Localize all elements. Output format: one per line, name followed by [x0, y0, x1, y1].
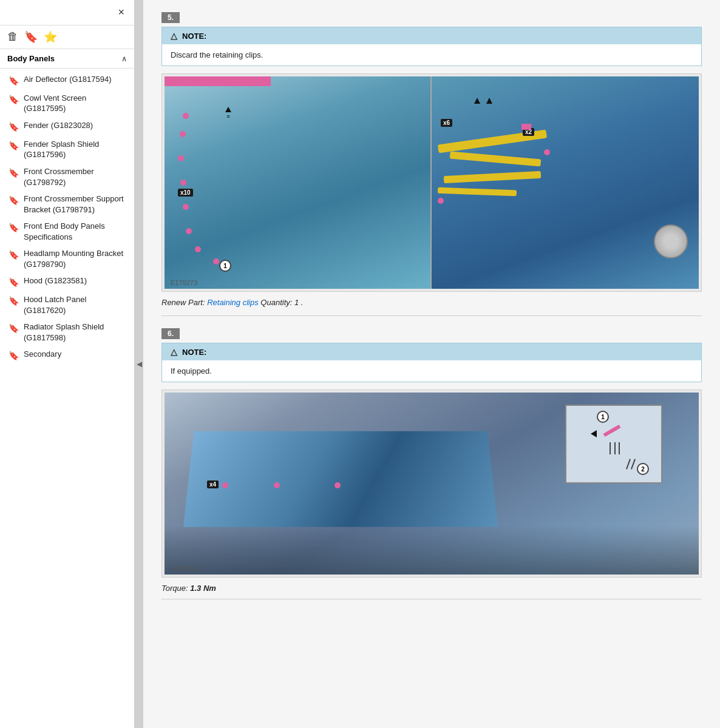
pink-mark-inset — [603, 425, 621, 437]
close-button[interactable]: × — [114, 5, 128, 20]
main-content: 5. △ NOTE: Discard the retaining clips. — [143, 0, 720, 728]
torque-value: 1.3 Nm — [190, 584, 216, 593]
step-6-block: 6. △ NOTE: If equipped. 1 — [161, 328, 702, 593]
sidebar-item-secondary[interactable]: 🔖Secondary — [0, 346, 134, 365]
inset-detail-box: 1 2 — [565, 405, 662, 484]
step-5-note-body: Discard the retaining clips. — [162, 44, 701, 66]
sidebar-item-headlamp-mounting-bracket[interactable]: 🔖Headlamp Mounting Bracket (G1798790) — [0, 245, 134, 272]
star-icon[interactable]: ⭐ — [44, 30, 57, 44]
step-6-note-box: △ NOTE: If equipped. — [161, 343, 702, 382]
sidebar-item-label-1: Cowl Vent Screen (G1817595) — [24, 93, 128, 114]
torque-line: Torque: 1.3 Nm — [161, 584, 702, 593]
diagonal-marks — [627, 459, 634, 471]
yellow-wire-3 — [444, 171, 541, 183]
sidebar-item-label-5: Front Crossmember Support Bracket (G1798… — [24, 194, 128, 215]
pink-dot-r2 — [438, 198, 444, 204]
arrow-up-2 — [486, 98, 492, 104]
sidebar-item-front-end-body-panels-specs[interactable]: 🔖Front End Body Panels Specifications — [0, 218, 134, 245]
bookmark-icon-1: 🔖 — [8, 94, 19, 106]
bookmark-icon-0: 🔖 — [8, 75, 19, 87]
step-5-note-text: Discard the retaining clips. — [171, 50, 263, 59]
sidebar-item-radiator-splash-shield[interactable]: 🔖Radiator Splash Shield (G1817598) — [0, 318, 134, 346]
pink-badge-r — [521, 124, 531, 130]
sidebar-item-air-deflector[interactable]: 🔖Air Deflector (G1817594) — [0, 71, 134, 90]
renew-part-prefix: Renew Part: — [161, 298, 207, 307]
warning-triangle-icon-2: △ — [171, 347, 177, 357]
step-6-image-block: 1 2 — [161, 389, 702, 578]
renew-part-link[interactable]: Retaining clips — [207, 298, 259, 307]
bookmark-icon-11: 🔖 — [8, 350, 19, 362]
bookmark-icon-2: 🔖 — [8, 121, 19, 133]
pink-dot-hood-3 — [335, 482, 341, 488]
pink-dot-3 — [178, 155, 184, 161]
pink-dot-hood-2 — [274, 482, 280, 488]
sidebar-item-label-11: Secondary — [24, 349, 128, 360]
step-5-note-header: △ NOTE: — [162, 27, 701, 44]
tool-mark-inset — [609, 442, 620, 456]
x4-badge: x4 — [207, 480, 219, 488]
hood-shadow — [165, 526, 699, 575]
pink-dot-hood — [222, 482, 228, 488]
bookmark-icon-9: 🔖 — [8, 295, 19, 307]
note-label-5: NOTE: — [182, 32, 206, 41]
step-6-note-body: If equipped. — [162, 360, 701, 382]
step-5-badge: 5. — [161, 12, 180, 23]
step-6-note-text: If equipped. — [171, 366, 212, 376]
inset-circle-1: 1 — [597, 411, 609, 423]
door-panel-right: x6 x2 — [432, 76, 699, 289]
sidebar-toolbar: 🗑 🔖 ⭐ — [0, 25, 134, 49]
chevron-up-icon[interactable]: ∧ — [121, 55, 127, 63]
pink-dot-2 — [180, 131, 186, 137]
speaker-grille — [654, 224, 688, 258]
sidebar-item-label-6: Front End Body Panels Specifications — [24, 221, 128, 242]
step-5-block: 5. △ NOTE: Discard the retaining clips. — [161, 12, 702, 307]
step-arrow-group: ≡ — [225, 107, 231, 120]
sidebar: × 🗑 🔖 ⭐ Body Panels ∧ 🔖Air Deflector (G1… — [0, 0, 135, 728]
pink-dot-4 — [180, 180, 186, 186]
pink-dot-5 — [183, 204, 189, 210]
x10-badge: x10 — [178, 189, 193, 197]
sidebar-item-hood-latch-panel[interactable]: 🔖Hood Latch Panel (G1817620) — [0, 291, 134, 318]
arrow-right-icon — [591, 430, 597, 437]
sidebar-item-fender-splash-shield[interactable]: 🔖Fender Splash Shield (G1817596) — [0, 136, 134, 163]
collapse-arrow-icon: ◀ — [137, 360, 142, 368]
add-bookmark-icon[interactable]: 🔖 — [24, 30, 38, 44]
bookmark-icon-7: 🔖 — [8, 249, 19, 261]
step-6-figure-id: E179267 — [171, 565, 197, 572]
sidebar-item-label-3: Fender Splash Shield (G1817596) — [24, 139, 128, 160]
bookmark-icon-4: 🔖 — [8, 167, 19, 179]
delete-icon[interactable]: 🗑 — [7, 30, 18, 44]
pink-dot-1 — [183, 113, 189, 119]
sidebar-item-hood[interactable]: 🔖Hood (G1823581) — [0, 272, 134, 291]
bookmark-icon-3: 🔖 — [8, 140, 19, 152]
hood-panel — [183, 431, 498, 527]
arrow-up-1 — [474, 98, 480, 104]
bookmark-icon-5: 🔖 — [8, 195, 19, 206]
sidebar-item-label-8: Hood (G1823581) — [24, 275, 128, 286]
note-label-6: NOTE: — [182, 348, 206, 357]
sidebar-item-label-10: Radiator Splash Shield (G1817598) — [24, 322, 128, 343]
sidebar-item-cowl-vent-screen[interactable]: 🔖Cowl Vent Screen (G1817595) — [0, 90, 134, 117]
pink-dot-r1 — [544, 149, 550, 155]
renew-part-qty-label: Quantity: — [260, 298, 294, 307]
bookmark-icon-6: 🔖 — [8, 222, 19, 234]
yellow-wire-2 — [450, 151, 541, 166]
sidebar-title: Body Panels — [7, 54, 55, 63]
divider-2 — [161, 599, 702, 599]
pink-dot-8 — [213, 258, 219, 265]
step-5-image-block: x10 ≡ 1 — [161, 73, 702, 292]
pink-stripe — [165, 76, 430, 86]
divider-1 — [161, 315, 702, 316]
sidebar-collapse-handle[interactable]: ◀ — [135, 0, 143, 728]
sidebar-item-label-9: Hood Latch Panel (G1817620) — [24, 294, 128, 315]
sidebar-item-label-0: Air Deflector (G1817594) — [24, 74, 128, 85]
pink-dot-7 — [195, 246, 201, 252]
sidebar-item-front-crossmember[interactable]: 🔖Front Crossmember (G1798792) — [0, 163, 134, 190]
sidebar-header: Body Panels ∧ — [0, 49, 134, 69]
sidebar-item-label-7: Headlamp Mounting Bracket (G1798790) — [24, 248, 128, 269]
sidebar-item-front-crossmember-support-bracket[interactable]: 🔖Front Crossmember Support Bracket (G179… — [0, 190, 134, 218]
door-panel-left: x10 ≡ 1 — [165, 76, 432, 289]
sidebar-item-label-4: Front Crossmember (G1798792) — [24, 166, 128, 187]
sidebar-item-fender[interactable]: 🔖Fender (G1823028) — [0, 117, 134, 136]
sidebar-item-label-2: Fender (G1823028) — [24, 120, 128, 131]
